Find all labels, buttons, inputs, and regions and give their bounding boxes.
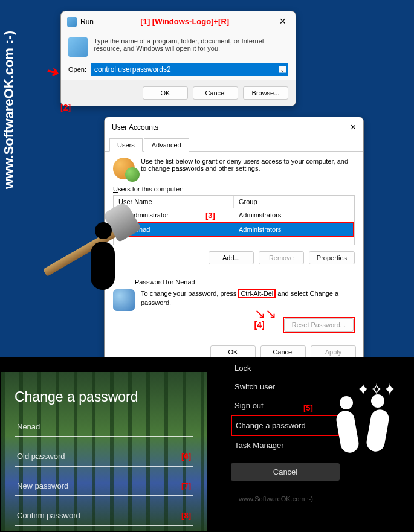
ctrl-alt-del-text: Ctrl-Alt-Del bbox=[238, 289, 276, 298]
ua-title: User Accounts bbox=[112, 123, 158, 132]
user-icon bbox=[120, 225, 128, 234]
arrow-icon: ↘↘ bbox=[254, 306, 276, 322]
ua-content: Use the list below to grant or deny user… bbox=[105, 152, 363, 339]
run-command-input[interactable] bbox=[91, 63, 288, 76]
cancel-button[interactable]: Cancel bbox=[193, 86, 238, 100]
users-for-computer-label: UUsers for this computer:sers for this c… bbox=[113, 185, 355, 193]
annotation-1: [1] [Windows-Logo]+[R] bbox=[94, 17, 276, 26]
properties-button[interactable]: Properties bbox=[309, 251, 355, 264]
user-icon bbox=[118, 211, 127, 219]
cell-group: Administrators bbox=[234, 224, 353, 235]
username-field[interactable]: Nenad bbox=[15, 417, 193, 437]
arrow-icon: ➔ bbox=[45, 62, 62, 82]
new-password-field[interactable]: New password [7] bbox=[15, 476, 193, 496]
old-password-field[interactable]: Old password [6] bbox=[15, 447, 193, 467]
ok-button[interactable]: OK bbox=[143, 86, 188, 100]
ctrl-alt-del-menu: Lock Switch user Sign out Change a passw… bbox=[231, 359, 340, 481]
stick-figures-hifive: ✦✧✦ bbox=[326, 374, 414, 483]
run-icon bbox=[67, 17, 77, 27]
annotation-3: [3] bbox=[205, 211, 215, 220]
annotation-5: [5] bbox=[303, 403, 313, 412]
run-body: Type the name of a program, folder, docu… bbox=[61, 31, 296, 59]
cell-username: Administrator bbox=[129, 211, 169, 219]
change-password-panel: Change a password Nenad Old password [6]… bbox=[1, 372, 207, 531]
menu-cancel[interactable]: Cancel bbox=[231, 463, 340, 481]
password-section: Password for Nenad To change your passwo… bbox=[113, 272, 355, 333]
table-row[interactable]: Administrator Administrators bbox=[114, 208, 354, 222]
ua-action-buttons: Add... Remove Properties bbox=[113, 251, 355, 264]
menu-sign-out[interactable]: Sign out bbox=[231, 396, 340, 415]
ua-tabs: Users Advanced bbox=[105, 138, 363, 152]
run-title: Run bbox=[80, 18, 94, 26]
menu-task-manager[interactable]: Task Manager bbox=[231, 436, 340, 455]
run-open-row: Open: ⌄ bbox=[61, 59, 296, 80]
change-password-title: Change a password bbox=[15, 389, 193, 405]
tab-advanced[interactable]: Advanced bbox=[144, 138, 189, 152]
chevron-down-icon[interactable]: ⌄ bbox=[279, 66, 286, 73]
open-label: Open: bbox=[68, 66, 86, 73]
menu-lock[interactable]: Lock bbox=[231, 359, 340, 377]
password-section-title: Password for Nenad bbox=[135, 278, 355, 286]
key-icon bbox=[113, 289, 135, 311]
remove-button[interactable]: Remove bbox=[259, 251, 304, 264]
menu-change-password[interactable]: Change a password bbox=[231, 415, 340, 436]
close-icon[interactable]: × bbox=[276, 15, 289, 28]
cell-username: Nenad bbox=[131, 226, 150, 233]
table-header: User Name Group bbox=[114, 196, 354, 208]
run-description: Type the name of a program, folder, docu… bbox=[94, 37, 288, 57]
ua-titlebar: User Accounts × bbox=[105, 117, 363, 138]
watermark: www.SoftwareOK.com :-) bbox=[239, 495, 313, 502]
add-button[interactable]: Add... bbox=[209, 251, 254, 264]
tab-users[interactable]: Users bbox=[109, 138, 143, 152]
col-group[interactable]: Group bbox=[234, 196, 354, 208]
users-table: User Name Group [3] Administrator Admini… bbox=[113, 195, 355, 245]
browse-button[interactable]: Browse... bbox=[243, 86, 288, 100]
reset-password-button[interactable]: Reset Password... bbox=[284, 318, 354, 332]
run-titlebar: Run [1] [Windows-Logo]+[R] × bbox=[61, 11, 296, 31]
ua-instruction: Use the list below to grant or deny user… bbox=[113, 158, 355, 179]
col-username[interactable]: User Name bbox=[114, 196, 234, 208]
annotation-2: [2] bbox=[60, 103, 71, 112]
run-dialog: Run [1] [Windows-Logo]+[R] × Type the na… bbox=[60, 11, 296, 106]
confirm-password-field[interactable]: Confirm password [8] bbox=[15, 506, 193, 526]
table-row[interactable]: Nenad Administrators bbox=[114, 222, 354, 237]
cell-group: Administrators bbox=[234, 210, 354, 220]
users-icon bbox=[113, 158, 135, 179]
site-label-vertical: www.SoftwareOK.com :-) bbox=[1, 31, 17, 189]
annotation-8: [8] bbox=[181, 511, 191, 520]
password-instruction: To change your password, press Ctrl-Alt-… bbox=[141, 289, 355, 311]
user-accounts-dialog: User Accounts × Users Advanced Use the l… bbox=[104, 117, 364, 365]
run-program-icon bbox=[68, 37, 88, 57]
ua-instruction-text: Use the list below to grant or deny user… bbox=[141, 158, 355, 179]
annotation-6: [6] bbox=[181, 452, 191, 461]
run-buttons: OK Cancel Browse... bbox=[61, 80, 296, 106]
table-body: [3] Administrator Administrators Nenad A… bbox=[114, 208, 354, 245]
reset-row: ↘↘ [4] Reset Password... bbox=[113, 317, 355, 333]
annotation-7: [7] bbox=[181, 481, 191, 490]
menu-switch-user[interactable]: Switch user bbox=[231, 377, 340, 396]
close-icon[interactable]: × bbox=[351, 122, 356, 133]
